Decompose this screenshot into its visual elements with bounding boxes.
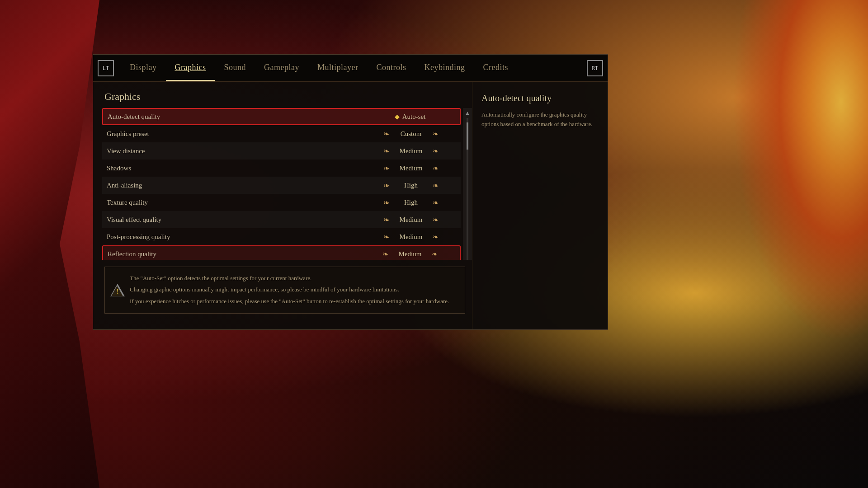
setting-name-visual-effect: Visual effect quality <box>107 216 366 224</box>
scrollbar[interactable]: ▲ ▼ <box>463 108 472 260</box>
setting-name-autodetect: Auto-detect quality <box>108 113 365 121</box>
setting-row-graphics-preset[interactable]: Graphics preset ❧ Custom ❧ <box>102 125 461 142</box>
right-trigger-label: RT <box>592 65 598 71</box>
setting-value-shadows: Medium <box>393 164 429 172</box>
setting-value-post-processing: Medium <box>393 233 429 241</box>
tab-display[interactable]: Display <box>121 55 166 81</box>
setting-row-view-distance[interactable]: View distance ❧ Medium ❧ <box>102 142 461 160</box>
scroll-up-arrow[interactable]: ▲ <box>465 110 470 116</box>
info-line-1: The "Auto-Set" option detects the optima… <box>130 274 458 283</box>
setting-control-autodetect: ◆ Auto-set <box>365 113 455 121</box>
arrow-left-reflection-quality-icon[interactable]: ❧ <box>382 250 388 258</box>
arrow-right-view-distance-icon[interactable]: ❧ <box>433 147 439 155</box>
setting-control-visual-effect: ❧ Medium ❧ <box>366 216 456 224</box>
arrow-right-reflection-quality-icon[interactable]: ❧ <box>432 250 438 258</box>
setting-name-view-distance: View distance <box>107 147 366 155</box>
arrow-left-shadows-icon[interactable]: ❧ <box>383 164 389 173</box>
tab-controls[interactable]: Controls <box>367 55 415 81</box>
settings-modal: LT Display Graphics Sound Gameplay Multi… <box>93 54 608 330</box>
bg-right-wing <box>732 0 868 342</box>
setting-value-view-distance: Medium <box>393 147 429 155</box>
setting-control-texture-quality: ❧ High ❧ <box>366 198 456 207</box>
auto-set-value: ◆ Auto-set <box>395 113 426 121</box>
tab-keybinding[interactable]: Keybinding <box>415 55 474 81</box>
setting-row-post-processing[interactable]: Post-processing quality ❧ Medium ❧ <box>102 228 461 245</box>
settings-with-scroll: Auto-detect quality ◆ Auto-set Graphics … <box>102 108 472 260</box>
setting-control-view-distance: ❧ Medium ❧ <box>366 147 456 155</box>
scroll-thumb[interactable] <box>467 122 468 150</box>
warning-exclaim-icon: ! <box>117 287 119 297</box>
scroll-track[interactable] <box>467 118 468 260</box>
setting-value-anti-aliasing: High <box>393 182 429 189</box>
setting-control-post-processing: ❧ Medium ❧ <box>366 233 456 241</box>
setting-name-post-processing: Post-processing quality <box>107 233 366 241</box>
tab-bar: LT Display Graphics Sound Gameplay Multi… <box>93 55 608 82</box>
arrow-right-visual-effect-icon[interactable]: ❧ <box>433 216 439 224</box>
info-line-2: Changing graphic options manually might … <box>130 285 458 295</box>
setting-control-graphics-preset: ❧ Custom ❧ <box>366 130 456 138</box>
diamond-icon: ◆ <box>395 113 400 121</box>
setting-row-reflection-quality[interactable]: Reflection quality ❧ Medium ❧ <box>102 245 461 260</box>
setting-name-texture-quality: Texture quality <box>107 199 366 206</box>
content-area: Graphics Auto-detect quality ◆ Auto-set <box>93 82 608 329</box>
left-trigger-label: LT <box>103 65 109 71</box>
arrow-left-visual-effect-icon[interactable]: ❧ <box>383 216 389 224</box>
right-trigger-button[interactable]: RT <box>587 60 603 76</box>
right-panel: Auto-detect quality Automatically config… <box>472 82 608 329</box>
setting-name-shadows: Shadows <box>107 164 366 172</box>
tab-gameplay[interactable]: Gameplay <box>255 55 308 81</box>
settings-list: Auto-detect quality ◆ Auto-set Graphics … <box>102 108 472 260</box>
tab-sound[interactable]: Sound <box>215 55 255 81</box>
setting-control-reflection-quality: ❧ Medium ❧ <box>365 250 455 258</box>
info-line-3: If you experience hitches or performance… <box>130 297 458 306</box>
setting-row-texture-quality[interactable]: Texture quality ❧ High ❧ <box>102 194 461 211</box>
info-box: ! The "Auto-Set" option detects the opti… <box>104 267 465 314</box>
detail-title: Auto-detect quality <box>481 93 599 103</box>
setting-row-shadows[interactable]: Shadows ❧ Medium ❧ <box>102 160 461 177</box>
setting-control-anti-aliasing: ❧ High ❧ <box>366 181 456 190</box>
setting-row-anti-aliasing[interactable]: Anti-aliasing ❧ High ❧ <box>102 177 461 194</box>
setting-value-reflection-quality: Medium <box>392 250 428 258</box>
setting-name-anti-aliasing: Anti-aliasing <box>107 182 366 189</box>
left-panel: Graphics Auto-detect quality ◆ Auto-set <box>93 82 472 329</box>
tab-credits[interactable]: Credits <box>474 55 517 81</box>
arrow-right-icon[interactable]: ❧ <box>433 130 439 138</box>
arrow-left-view-distance-icon[interactable]: ❧ <box>383 147 389 155</box>
autoset-value-label: Auto-set <box>402 113 426 121</box>
arrow-left-anti-aliasing-icon[interactable]: ❧ <box>383 181 389 190</box>
setting-value-graphics-preset: Custom <box>393 130 429 138</box>
tab-multiplayer[interactable]: Multiplayer <box>308 55 367 81</box>
arrow-left-texture-quality-icon[interactable]: ❧ <box>383 198 389 207</box>
arrow-right-anti-aliasing-icon[interactable]: ❧ <box>433 181 439 190</box>
setting-name-reflection-quality: Reflection quality <box>108 250 365 258</box>
setting-value-visual-effect: Medium <box>393 216 429 224</box>
setting-row-visual-effect[interactable]: Visual effect quality ❧ Medium ❧ <box>102 211 461 228</box>
left-trigger-button[interactable]: LT <box>98 60 114 76</box>
arrow-left-icon[interactable]: ❧ <box>383 130 389 138</box>
tab-graphics[interactable]: Graphics <box>166 55 215 81</box>
setting-value-texture-quality: High <box>393 199 429 206</box>
arrow-right-shadows-icon[interactable]: ❧ <box>433 164 439 173</box>
arrow-right-texture-quality-icon[interactable]: ❧ <box>433 198 439 207</box>
section-title: Graphics <box>102 91 472 103</box>
setting-control-shadows: ❧ Medium ❧ <box>366 164 456 173</box>
setting-name-graphics-preset: Graphics preset <box>107 130 366 138</box>
setting-row-autodetect[interactable]: Auto-detect quality ◆ Auto-set <box>102 108 461 125</box>
detail-description: Automatically configure the graphics qua… <box>481 110 599 129</box>
settings-rows: Auto-detect quality ◆ Auto-set Graphics … <box>102 108 461 260</box>
arrow-right-post-processing-icon[interactable]: ❧ <box>433 233 439 241</box>
arrow-left-post-processing-icon[interactable]: ❧ <box>383 233 389 241</box>
